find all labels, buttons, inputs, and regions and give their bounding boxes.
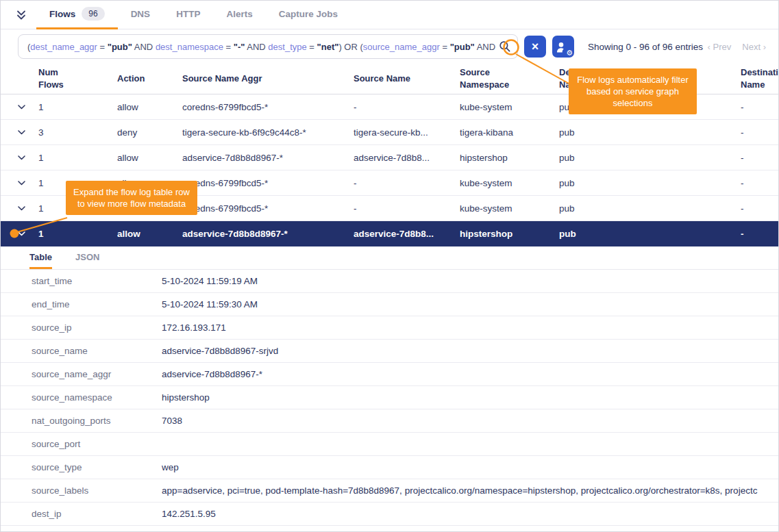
query-segment-value: "pub" xyxy=(450,42,475,52)
annotation-callout-expand: Expand the flow log table row to view mo… xyxy=(66,181,197,215)
query-segment-op: = xyxy=(223,42,234,52)
user-settings-button[interactable]: ⚙ xyxy=(552,36,574,58)
detail-value: 5-10-2024 11:59:30 AM xyxy=(162,299,778,309)
row-expand-chevron[interactable] xyxy=(18,130,38,135)
column-header-destination-name[interactable]: Destination Name xyxy=(741,66,778,90)
row-expand-chevron[interactable] xyxy=(18,105,38,110)
row-expand-chevron[interactable] xyxy=(18,181,38,186)
cell-source-namespace: tigera-kibana xyxy=(460,127,559,138)
query-segment-op: = xyxy=(440,42,450,52)
query-segment-op: = xyxy=(307,42,317,52)
detail-key: source_name xyxy=(32,346,162,356)
query-segment-value: "pub" xyxy=(108,42,132,52)
cell-num-flows: 1 xyxy=(38,153,117,163)
detail-row: source_ip 172.16.193.171 xyxy=(1,316,778,340)
table-row[interactable]: 3 deny tigera-secure-kb-6f9c9c44c8-* tig… xyxy=(1,120,778,145)
chevron-left-icon: ‹ xyxy=(708,42,710,52)
flows-count-badge: 96 xyxy=(82,7,104,21)
cell-dest-name-aggr: pub xyxy=(559,178,741,188)
detail-row: source_type wep xyxy=(1,456,778,479)
cell-source-namespace: kube-system xyxy=(460,102,559,112)
cell-destination-name: - xyxy=(741,102,778,112)
cell-source-name: tigera-secure-kb... xyxy=(354,127,460,138)
query-segment-field: dest_name_aggr xyxy=(30,42,97,52)
tab-http[interactable]: HTTP xyxy=(163,1,213,29)
tab-capture-jobs[interactable]: Capture Jobs xyxy=(266,1,351,29)
cell-destination-name: - xyxy=(741,178,778,188)
query-segment-field: dest_namespace xyxy=(156,42,223,52)
detail-value: 7038 xyxy=(162,416,778,426)
table-row[interactable]: 1 allow adservice-7d8b8d8967-* adservice… xyxy=(1,221,778,246)
cell-destination-name: - xyxy=(741,229,778,239)
collapse-all-icon[interactable] xyxy=(16,9,27,21)
cell-dest-name-aggr: pub xyxy=(559,127,741,138)
tab-flows[interactable]: Flows 96 xyxy=(36,1,118,29)
query-segment-field: source_name_aggr xyxy=(363,42,440,52)
query-text: (dest_name_aggr = "pub" AND dest_namespa… xyxy=(27,42,495,52)
detail-row: source_name adservice-7d8b8d8967-srjvd xyxy=(1,340,778,363)
cell-destination-name: - xyxy=(741,153,778,163)
cell-action: allow xyxy=(117,153,182,163)
tab-dns[interactable]: DNS xyxy=(118,1,164,29)
query-input[interactable]: (dest_name_aggr = "pub" AND dest_namespa… xyxy=(18,34,518,59)
tab-alerts[interactable]: Alerts xyxy=(213,1,265,29)
clear-filter-button[interactable]: × xyxy=(524,36,546,58)
close-icon: × xyxy=(532,40,539,53)
detail-value: 172.16.193.171 xyxy=(162,322,778,333)
detail-tab-table[interactable]: Table xyxy=(29,252,52,269)
detail-row: source_name_aggr adservice-7d8b8d8967-* xyxy=(1,363,778,386)
row-expand-chevron[interactable] xyxy=(18,231,38,236)
cell-source-name: - xyxy=(354,203,460,214)
row-expand-chevron[interactable] xyxy=(18,155,38,160)
tab-flows-label: Flows xyxy=(49,9,75,19)
detail-row: source_port xyxy=(1,433,778,456)
detail-key: source_name_aggr xyxy=(32,369,162,379)
cell-destination-name: - xyxy=(741,127,778,138)
cell-source-name: adservice-7d8b8... xyxy=(354,229,460,239)
row-expand-chevron[interactable] xyxy=(18,206,38,211)
next-page-button[interactable]: Next › xyxy=(742,42,766,52)
column-header-source-name-aggr[interactable]: Source Name Aggr xyxy=(182,73,354,85)
column-header-source-name[interactable]: Source Name xyxy=(354,73,460,85)
query-segment-field: dest_type xyxy=(268,42,306,52)
detail-key: end_time xyxy=(32,299,162,309)
cell-num-flows: 1 xyxy=(38,229,117,239)
column-header-source-namespace[interactable]: Source Namespace xyxy=(460,66,559,90)
cell-source-namespace: kube-system xyxy=(460,203,559,214)
detail-value: 5-10-2024 11:59:19 AM xyxy=(162,276,778,286)
query-segment-value: "net" xyxy=(317,42,339,52)
cell-source-name: - xyxy=(354,102,460,112)
flow-detail-panel: Table JSON start_time 5-10-2024 11:59:19… xyxy=(1,246,778,526)
query-segment-op: = xyxy=(97,42,108,52)
cell-dest-name-aggr: pub xyxy=(559,153,741,163)
column-header-num-flows[interactable]: Num Flows xyxy=(38,66,117,90)
cell-action: allow xyxy=(117,229,182,239)
detail-key: source_type xyxy=(32,462,162,472)
cell-source-name-aggr: adservice-7d8b8d8967-* xyxy=(182,229,354,239)
detail-row: source_labels app=adservice, pci=true, p… xyxy=(1,479,778,503)
cell-action: deny xyxy=(117,127,182,138)
detail-value: adservice-7d8b8d8967-srjvd xyxy=(162,346,778,356)
detail-value: app=adservice, pci=true, pod-template-ha… xyxy=(162,485,778,496)
chevron-right-icon: › xyxy=(763,42,766,52)
filter-bar: (dest_name_aggr = "pub" AND dest_namespa… xyxy=(1,29,778,64)
detail-key: source_labels xyxy=(32,485,162,496)
cell-source-name: - xyxy=(354,178,460,188)
detail-key: source_namespace xyxy=(32,392,162,403)
query-segment-op: AND xyxy=(132,42,156,52)
detail-value: wep xyxy=(162,462,778,472)
column-header-action[interactable]: Action xyxy=(117,73,182,85)
detail-key: source_port xyxy=(32,439,162,449)
entries-summary: Showing 0 - 96 of 96 entries xyxy=(588,42,703,52)
cell-destination-name: - xyxy=(741,203,778,214)
table-row[interactable]: 1 allow adservice-7d8b8d8967-* adservice… xyxy=(1,145,778,170)
detail-key: start_time xyxy=(32,276,162,286)
pagination: ‹ Prev Next › xyxy=(708,42,769,52)
detail-tab-json[interactable]: JSON xyxy=(75,252,99,269)
cell-source-namespace: hipstershop xyxy=(460,229,559,239)
prev-page-button[interactable]: ‹ Prev xyxy=(708,42,732,52)
search-icon[interactable] xyxy=(499,40,511,55)
annotation-callout-filter: Flow logs automatically filter based on … xyxy=(569,68,697,114)
cell-dest-name-aggr: pub xyxy=(559,203,741,214)
detail-tabs: Table JSON xyxy=(1,246,778,270)
